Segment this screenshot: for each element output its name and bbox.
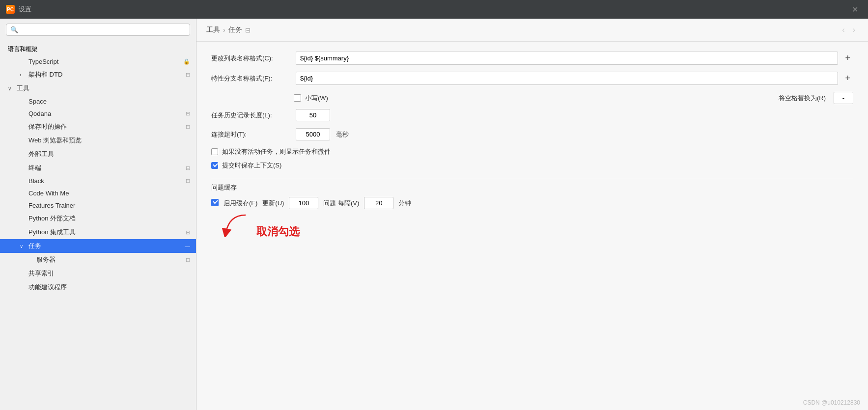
annotation-arrow-svg — [221, 213, 251, 237]
sidebar-item-web-browser[interactable]: Web 浏览器和预览 — [0, 134, 196, 147]
nav-label-save-actions: 保存时的操作 — [28, 122, 186, 131]
feature-branch-format-label: 特性分支名称格式(F): — [211, 74, 290, 83]
sidebar-item-qodana[interactable]: Qodana ⊟ — [0, 108, 196, 120]
sidebar-item-code-with-me[interactable]: Code With Me — [0, 187, 196, 199]
nav-icon-terminal: ⊟ — [186, 165, 190, 171]
window-title: 设置 — [19, 5, 31, 14]
lowercase-checkbox[interactable] — [294, 94, 301, 102]
nav-arrow-tasks: ∨ — [20, 244, 27, 249]
lock-icon: 🔒 — [183, 58, 190, 65]
enable-cache-checkbox[interactable] — [211, 199, 219, 206]
sidebar-item-arch-dtd[interactable]: › 架构和 DTD ⊟ — [0, 68, 196, 82]
connection-timeout-label: 连接超时(T): — [211, 130, 290, 139]
annotation-wrap: 取消勾选 — [211, 199, 219, 208]
right-panel: 工具 › 任务 ⊟ ‹ › 更改列表名称格式(C): + 特性分支名称格 — [196, 19, 868, 410]
lowercase-replace-row: 小写(W) 将空格替换为(R) — [211, 92, 853, 104]
change-list-format-input[interactable] — [296, 52, 838, 65]
search-input[interactable] — [21, 26, 186, 33]
sidebar-item-black[interactable]: Black ⊟ — [0, 175, 196, 187]
title-bar: PC 设置 ✕ — [0, 0, 868, 19]
nav-forward-button[interactable]: › — [850, 25, 858, 35]
sidebar-item-external-tools[interactable]: 外部工具 — [0, 147, 196, 161]
nav-icon-arch: ⊟ — [186, 72, 190, 78]
change-list-format-label: 更改列表名称格式(C): — [211, 54, 290, 63]
nav-label-space: Space — [28, 98, 190, 105]
sidebar-item-features-trainer[interactable]: Features Trainer — [0, 199, 196, 212]
nav-back-button[interactable]: ‹ — [839, 25, 847, 35]
nav-label-servers: 服务器 — [36, 255, 186, 264]
watermark: CSDN @u010212830 — [803, 399, 860, 406]
nav-label-code-with-me: Code With Me — [28, 190, 190, 197]
nav-label-black: Black — [28, 177, 186, 185]
nav-icon-save: ⊟ — [186, 124, 190, 130]
history-length-row: 任务历史记录长度(L): — [211, 109, 853, 121]
nav-arrow-arch: › — [20, 72, 27, 78]
lowercase-left: 小写(W) — [211, 94, 328, 103]
save-context-checkbox[interactable] — [211, 162, 218, 169]
save-context-row: 提交时保存上下文(S) — [211, 161, 853, 170]
sidebar: 🔍 语言和框架 TypeScript 🔒 › 架构和 DTD ⊟ ∨ 工具 — [0, 19, 196, 410]
issue-cache-title: 问题缓存 — [211, 184, 237, 191]
sidebar-item-tasks[interactable]: ∨ 任务 — — [0, 239, 196, 253]
sidebar-item-save-actions[interactable]: 保存时的操作 ⊟ — [0, 120, 196, 134]
sidebar-nav: 语言和框架 TypeScript 🔒 › 架构和 DTD ⊟ ∨ 工具 — [0, 41, 196, 410]
change-list-format-add-button[interactable]: + — [842, 52, 853, 64]
nav-label-qodana: Qodana — [28, 110, 186, 117]
feature-branch-format-row: 特性分支名称格式(F): + — [211, 72, 853, 85]
search-icon: 🔍 — [10, 26, 18, 33]
section-divider — [211, 178, 853, 178]
save-context-label[interactable]: 提交时保存上下文(S) — [222, 161, 281, 170]
sidebar-item-python-external[interactable]: Python 外部文档 — [0, 212, 196, 225]
sidebar-item-python-integration[interactable]: Python 集成工具 ⊟ — [0, 225, 196, 239]
nav-label-python-external: Python 外部文档 — [28, 214, 190, 223]
app-icon: PC — [6, 5, 15, 14]
sidebar-item-space[interactable]: Space — [0, 95, 196, 108]
nav-label-feature-suggestions: 功能建议程序 — [28, 283, 190, 292]
history-length-input[interactable] — [296, 109, 330, 121]
show-tasks-checkbox[interactable] — [211, 148, 218, 155]
nav-label-arch-dtd: 架构和 DTD — [28, 70, 186, 79]
close-button[interactable]: ✕ — [848, 3, 862, 16]
search-bar: 🔍 — [0, 19, 196, 41]
minutes-label: 分钟 — [398, 199, 411, 208]
nav-icon-servers: ⊟ — [186, 257, 190, 263]
panel-header: 工具 › 任务 ⊟ ‹ › — [196, 19, 868, 42]
update-value-input[interactable] — [289, 197, 318, 209]
panel-body: 更改列表名称格式(C): + 特性分支名称格式(F): + 小写(W) — [196, 42, 868, 410]
update-label: 更新(U) — [262, 199, 284, 208]
show-tasks-row: 如果没有活动任务，则显示任务和微件 — [211, 147, 853, 156]
nav-icon-qodana: ⊟ — [186, 110, 190, 117]
replace-space-right: 将空格替换为(R) — [779, 92, 853, 104]
show-tasks-label[interactable]: 如果没有活动任务，则显示任务和微件 — [222, 147, 331, 156]
sidebar-item-servers[interactable]: 服务器 ⊟ — [0, 253, 196, 267]
nav-arrow-tools: ∨ — [8, 86, 15, 91]
enable-cache-label[interactable]: 启用缓存(E) — [224, 199, 257, 208]
issue-cache-section: 问题缓存 — [211, 178, 853, 209]
nav-group-header-lang: 语言和框架 — [0, 41, 196, 55]
cache-row: 取消勾选 启用缓存(E) 更新(U) 问题 每隔(V) 分钟 — [211, 197, 853, 209]
sidebar-item-tools[interactable]: ∨ 工具 — [0, 82, 196, 95]
interval-value-input[interactable] — [364, 197, 393, 209]
annotation-text: 取消勾选 — [256, 226, 300, 237]
title-bar-left: PC 设置 — [6, 5, 31, 14]
replace-space-input[interactable] — [834, 92, 853, 104]
change-list-format-row: 更改列表名称格式(C): + — [211, 52, 853, 65]
timeout-unit-label: 毫秒 — [336, 130, 349, 139]
sidebar-item-terminal[interactable]: 终端 ⊟ — [0, 161, 196, 175]
nav-label-terminal: 终端 — [28, 164, 186, 172]
sidebar-item-feature-suggestions[interactable]: 功能建议程序 — [0, 280, 196, 294]
nav-label-typescript: TypeScript — [28, 58, 181, 65]
lowercase-label[interactable]: 小写(W) — [305, 94, 328, 103]
connection-timeout-input[interactable] — [296, 128, 330, 140]
sidebar-item-shared-index[interactable]: 共享索引 — [0, 267, 196, 280]
feature-branch-format-add-button[interactable]: + — [842, 72, 853, 84]
search-input-wrap[interactable]: 🔍 — [6, 24, 190, 36]
nav-arrows: ‹ › — [839, 25, 858, 35]
nav-label-features-trainer: Features Trainer — [28, 202, 190, 209]
breadcrumb-part-tools: 工具 — [206, 26, 220, 34]
feature-branch-format-input[interactable] — [296, 72, 838, 85]
breadcrumb: 工具 › 任务 ⊟ — [206, 26, 251, 34]
sidebar-item-typescript[interactable]: TypeScript 🔒 — [0, 55, 196, 68]
nav-icon-black: ⊟ — [186, 178, 190, 184]
change-list-format-input-wrap: + — [296, 52, 853, 65]
